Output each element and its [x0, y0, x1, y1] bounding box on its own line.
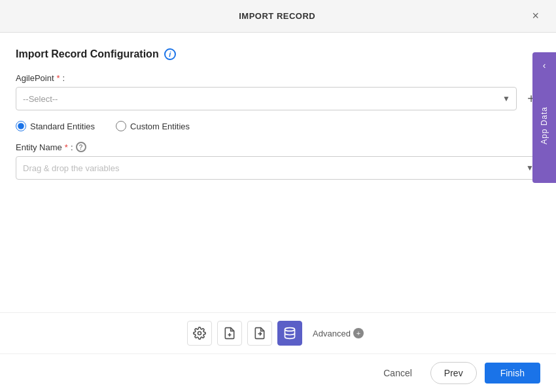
svg-point-4 [285, 328, 295, 331]
modal-dialog: IMPORT RECORD × Import Record Configurat… [0, 0, 556, 392]
custom-entities-label: Custom Entities [130, 122, 190, 131]
agilepoint-select-wrapper: --Select-- ▼ [16, 87, 517, 110]
agilepoint-label: AgilePoint * : [16, 73, 540, 83]
entity-name-help-icon[interactable]: ? [76, 142, 86, 152]
svg-point-0 [198, 332, 201, 335]
custom-entities-option[interactable]: Custom Entities [116, 121, 190, 131]
prev-button[interactable]: Prev [430, 362, 477, 384]
modal-title: IMPORT RECORD [26, 11, 528, 21]
agilepoint-field-group: AgilePoint * : --Select-- ▼ + [16, 73, 540, 110]
database-icon [283, 327, 296, 340]
agilepoint-select[interactable]: --Select-- [16, 87, 517, 110]
standard-entities-radio[interactable] [16, 121, 26, 131]
finish-button[interactable]: Finish [485, 363, 540, 384]
advanced-plus-icon: + [353, 328, 364, 338]
entity-name-required-star: * [65, 142, 68, 152]
custom-entities-radio[interactable] [116, 121, 126, 131]
gear-icon [193, 327, 206, 340]
database-toolbar-button[interactable] [277, 321, 302, 346]
file-export-icon [253, 327, 266, 340]
entity-name-input-row: ▼ [16, 156, 540, 180]
info-icon[interactable]: i [164, 48, 176, 60]
action-footer: Cancel Prev Finish [0, 353, 556, 392]
side-panel-arrow-icon: ‹ [543, 60, 546, 71]
agilepoint-required-star: * [57, 73, 60, 83]
settings-toolbar-button[interactable] [187, 321, 212, 346]
section-title-text: Import Record Configuration [16, 48, 159, 60]
entity-name-input[interactable] [16, 156, 540, 180]
file-icon [223, 327, 236, 340]
document-toolbar-button[interactable] [217, 321, 242, 346]
section-title-row: Import Record Configuration i [16, 48, 540, 60]
advanced-button[interactable]: Advanced + [307, 325, 369, 341]
modal-overlay: IMPORT RECORD × Import Record Configurat… [0, 0, 556, 392]
entity-name-field-group: Entity Name * : ? ▼ [16, 142, 540, 180]
cancel-button[interactable]: Cancel [373, 363, 423, 384]
toolbar-footer: Advanced + [0, 312, 556, 353]
modal-header: IMPORT RECORD × [0, 0, 556, 33]
import-toolbar-button[interactable] [247, 321, 272, 346]
standard-entities-label: Standard Entities [30, 122, 95, 131]
side-panel-label: App Data [540, 106, 549, 144]
entity-type-radio-group: Standard Entities Custom Entities [16, 121, 540, 131]
agilepoint-select-row: --Select-- ▼ + [16, 87, 540, 110]
entity-name-label-row: Entity Name * : ? [16, 142, 540, 152]
modal-body: Import Record Configuration i AgilePoint… [0, 33, 556, 312]
close-button[interactable]: × [528, 8, 543, 24]
standard-entities-option[interactable]: Standard Entities [16, 121, 95, 131]
